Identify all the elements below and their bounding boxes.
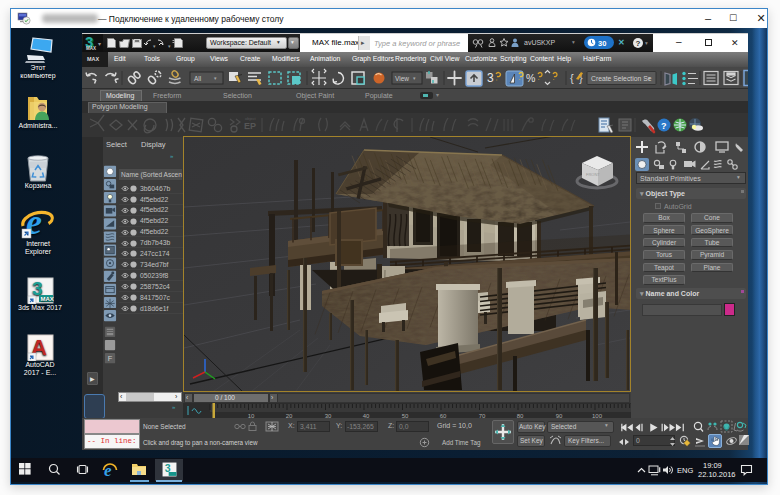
- svg-text:▾: ▾: [168, 43, 171, 49]
- svg-text:e: e: [104, 461, 112, 479]
- svg-text:All: All: [194, 75, 202, 82]
- svg-text:object: object: [245, 116, 257, 121]
- svg-text:View: View: [395, 75, 409, 82]
- svg-text:?: ?: [636, 39, 641, 48]
- svg-text:%: %: [526, 72, 535, 84]
- svg-text:MAX: MAX: [40, 296, 53, 302]
- svg-text:▾: ▾: [153, 43, 156, 49]
- svg-text:FRONT: FRONT: [586, 172, 600, 177]
- svg-text:?: ?: [661, 121, 667, 131]
- svg-text:3: 3: [487, 71, 494, 85]
- svg-text:EP: EP: [244, 121, 256, 131]
- svg-text:Create Selection Se: Create Selection Se: [591, 75, 652, 82]
- svg-text:F: F: [108, 354, 113, 363]
- svg-text:{: {: [570, 72, 574, 84]
